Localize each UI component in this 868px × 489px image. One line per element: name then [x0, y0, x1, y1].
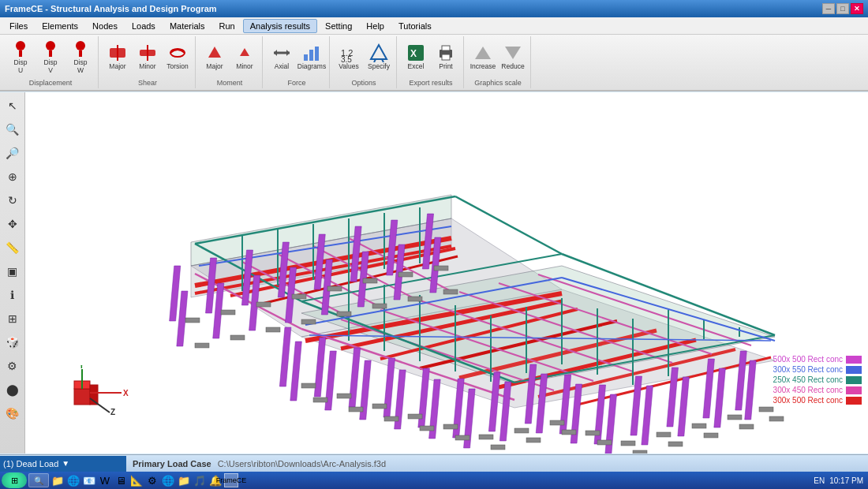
- svg-rect-151: [408, 414, 422, 419]
- svg-rect-164: [384, 416, 398, 421]
- svg-rect-171: [633, 450, 647, 454]
- disp-w-icon: [71, 39, 90, 58]
- menu-nodes[interactable]: Nodes: [86, 20, 124, 32]
- tool-layers[interactable]: ⊞: [2, 308, 23, 329]
- values-label: Values: [339, 63, 358, 70]
- disp-v-button[interactable]: DispV: [36, 38, 65, 76]
- svg-rect-144: [337, 312, 351, 316]
- taskbar-app5[interactable]: 🎵: [193, 473, 207, 487]
- tool-rotate[interactable]: ↻: [2, 190, 23, 211]
- options-buttons-row: 1.23.5 Values Specify: [335, 38, 393, 76]
- major-shear-button[interactable]: Major: [103, 38, 132, 76]
- disp-w-button[interactable]: DispW: [66, 38, 95, 76]
- svg-rect-153: [479, 435, 493, 439]
- legend-label-3: 250x 450 Rect conc: [773, 375, 843, 384]
- tool-settings[interactable]: ⚙: [2, 356, 23, 376]
- tool-move[interactable]: ✥: [2, 214, 23, 234]
- specify-button[interactable]: Specify: [365, 38, 393, 76]
- svg-line-183: [90, 398, 110, 412]
- moment-buttons-row: Major Minor: [200, 38, 259, 76]
- maximize-button[interactable]: □: [836, 3, 849, 14]
- menu-setting[interactable]: Setting: [319, 20, 358, 32]
- minimize-button[interactable]: ─: [822, 3, 835, 14]
- torsion-button[interactable]: Torsion: [163, 38, 192, 76]
- minor-shear-icon: [138, 43, 157, 62]
- taskbar-system-tray: EN 10:17 PM: [814, 476, 866, 485]
- torsion-label: Torsion: [166, 63, 188, 70]
- canvas-area[interactable]: Loadcase: Dead Load + SW: [25, 92, 868, 454]
- axial-button[interactable]: Axial: [268, 38, 296, 76]
- diagrams-button[interactable]: Diagrams: [297, 38, 326, 76]
- svg-rect-155: [550, 420, 564, 425]
- taskbar-search[interactable]: 🔍: [28, 473, 49, 487]
- svg-rect-156: [586, 431, 600, 435]
- tool-pointer[interactable]: ↖: [2, 95, 23, 116]
- tool-zoom-out[interactable]: 🔎: [2, 143, 23, 163]
- tool-zoom-in[interactable]: 🔍: [2, 119, 23, 140]
- windows-start-button[interactable]: ⊞: [2, 472, 27, 488]
- taskbar-app1[interactable]: 📐: [129, 473, 144, 487]
- svg-rect-145: [372, 304, 387, 308]
- tool-select[interactable]: ▣: [2, 261, 23, 282]
- displacement-group-label: Displacement: [29, 79, 73, 87]
- taskbar-framece[interactable]: FrameCE: [224, 473, 238, 487]
- toolbar-shear-group: Major Minor Torsion Shear: [100, 36, 196, 88]
- taskbar-language: EN: [814, 476, 825, 485]
- svg-rect-133: [221, 310, 235, 315]
- taskbar-word[interactable]: W: [98, 473, 112, 487]
- menu-materials[interactable]: Materials: [163, 20, 211, 32]
- svg-rect-25: [442, 54, 450, 60]
- svg-marker-27: [475, 47, 491, 59]
- minor-shear-button[interactable]: Minor: [133, 38, 162, 76]
- menu-elements[interactable]: Elements: [36, 20, 84, 32]
- legend-color-1: [846, 356, 862, 364]
- tool-color[interactable]: 🎨: [2, 403, 23, 424]
- tool-node[interactable]: ⬤: [2, 379, 23, 400]
- loadcase-select[interactable]: (1) Dead Load ▼: [0, 456, 126, 472]
- taskbar-app3[interactable]: 🌐: [161, 473, 175, 487]
- menu-loads[interactable]: Loads: [125, 20, 162, 32]
- tool-measure[interactable]: 📏: [2, 237, 23, 258]
- menu-help[interactable]: Help: [360, 20, 391, 32]
- legend-item-1: 500x 500 Rect conc: [773, 355, 862, 364]
- minor-moment-button[interactable]: Minor: [230, 38, 259, 76]
- taskbar-explorer[interactable]: 📁: [51, 473, 65, 487]
- axis-svg: X Y Z: [66, 365, 129, 420]
- diagrams-label: Diagrams: [297, 63, 326, 70]
- svg-rect-166: [455, 435, 470, 440]
- increase-button[interactable]: Increase: [469, 38, 497, 76]
- tool-info[interactable]: ℹ: [2, 285, 23, 305]
- taskbar-mail[interactable]: 📧: [82, 473, 96, 487]
- minor-moment-icon: [235, 43, 254, 62]
- reduce-icon: [503, 43, 522, 62]
- menu-analysis-results[interactable]: Analysis results: [243, 19, 317, 33]
- disp-u-button[interactable]: DispU: [6, 38, 35, 76]
- taskbar-monitor[interactable]: 🖥: [114, 473, 128, 487]
- svg-point-2: [46, 41, 55, 50]
- loadcase-dropdown-arrow[interactable]: ▼: [62, 459, 69, 468]
- svg-rect-159: [692, 424, 706, 428]
- print-button[interactable]: Print: [432, 38, 460, 76]
- minor-shear-label: Minor: [139, 63, 155, 70]
- svg-rect-157: [621, 441, 635, 446]
- svg-rect-3: [49, 50, 52, 57]
- menu-files[interactable]: Files: [3, 20, 34, 32]
- disp-u-icon: [11, 39, 30, 58]
- taskbar-browser[interactable]: 🌐: [66, 473, 80, 487]
- svg-rect-134: [256, 302, 271, 307]
- menu-tutorials[interactable]: Tutorials: [392, 20, 438, 32]
- svg-marker-12: [286, 50, 290, 56]
- excel-button[interactable]: X Excel: [402, 38, 430, 76]
- menu-run[interactable]: Run: [213, 20, 241, 32]
- reduce-button[interactable]: Reduce: [499, 38, 527, 76]
- major-moment-button[interactable]: Major: [200, 38, 229, 76]
- taskbar-app2[interactable]: ⚙: [145, 473, 159, 487]
- tool-zoom-window[interactable]: ⊕: [2, 166, 23, 187]
- values-button[interactable]: 1.23.5 Values: [335, 38, 363, 76]
- svg-rect-132: [185, 318, 200, 323]
- taskbar-app4[interactable]: 📁: [177, 473, 191, 487]
- tool-3d[interactable]: 🎲: [2, 332, 23, 353]
- close-button[interactable]: ✕: [851, 3, 863, 14]
- force-buttons-row: Axial Diagrams: [268, 38, 326, 76]
- svg-rect-5: [79, 50, 82, 57]
